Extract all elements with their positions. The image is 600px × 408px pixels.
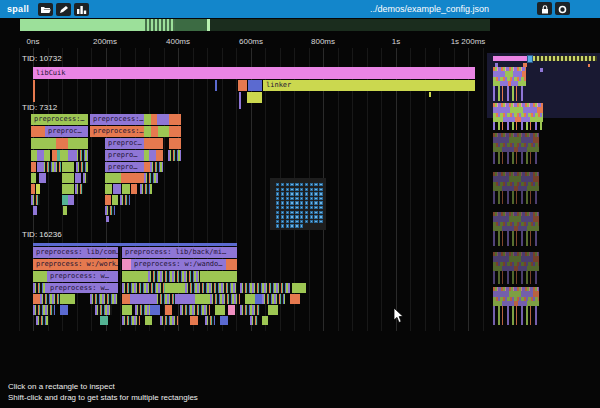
flame-bar[interactable] <box>33 294 40 304</box>
flame-bar[interactable] <box>190 316 198 325</box>
flame-bar[interactable] <box>62 173 74 183</box>
tiny-event-rect[interactable] <box>310 188 313 191</box>
flame-bar[interactable] <box>31 138 56 149</box>
tiny-event-rect[interactable] <box>290 197 293 200</box>
flame-bar[interactable] <box>105 184 112 194</box>
tiny-event-rect[interactable] <box>305 206 308 209</box>
tiny-event-rect[interactable] <box>276 211 279 214</box>
tiny-event-rect[interactable] <box>310 206 313 209</box>
flame-bar[interactable] <box>122 294 130 304</box>
tiny-event-rect[interactable] <box>310 183 313 186</box>
flame-bar[interactable] <box>68 150 75 161</box>
tiny-event-rect[interactable] <box>314 211 317 214</box>
flame-bar[interactable] <box>112 195 118 205</box>
tiny-event-rect[interactable] <box>310 197 313 200</box>
tiny-event-rect[interactable] <box>295 188 298 191</box>
flame-bar[interactable]: preproc… <box>45 126 88 137</box>
flame-bar[interactable] <box>135 305 150 315</box>
flame-bar[interactable] <box>122 259 131 270</box>
tiny-event-rect[interactable] <box>295 211 298 214</box>
edit-button[interactable] <box>56 3 71 16</box>
flame-bar[interactable] <box>290 294 300 304</box>
tiny-event-rect[interactable] <box>305 192 308 195</box>
tiny-event-rect[interactable] <box>305 183 308 186</box>
tiny-event-rect[interactable] <box>281 211 284 214</box>
flame-bar[interactable] <box>200 271 237 282</box>
flame-bar[interactable] <box>150 305 160 315</box>
flame-bar[interactable] <box>248 80 262 91</box>
flame-bar[interactable] <box>31 162 36 172</box>
flame-bar[interactable] <box>122 184 130 194</box>
flame-bar[interactable]: prepro… <box>105 150 144 161</box>
tiny-event-rect[interactable] <box>276 224 279 227</box>
tiny-event-rect[interactable] <box>314 215 317 218</box>
flame-bar[interactable] <box>113 184 121 194</box>
flame-bar[interactable]: preprocess:… <box>90 114 144 125</box>
flame-bar[interactable] <box>148 271 200 282</box>
flame-bar[interactable] <box>33 283 47 293</box>
flame-bar[interactable] <box>75 150 88 161</box>
flame-bar[interactable] <box>165 305 172 315</box>
flame-bar[interactable] <box>262 316 268 325</box>
tiny-event-rect[interactable] <box>300 183 303 186</box>
tiny-event-rect[interactable] <box>300 220 303 223</box>
stats-button[interactable] <box>74 3 89 16</box>
flame-bar[interactable] <box>122 305 132 315</box>
flame-bar[interactable] <box>130 294 155 304</box>
flame-bar[interactable]: libCuik <box>33 67 475 79</box>
tiny-event-rect[interactable] <box>290 183 293 186</box>
tiny-event-rect[interactable] <box>281 197 284 200</box>
tiny-event-rect[interactable] <box>290 224 293 227</box>
tiny-event-rect[interactable] <box>281 206 284 209</box>
flame-bar[interactable] <box>37 150 44 161</box>
tiny-event-rect[interactable] <box>281 188 284 191</box>
lock-button[interactable] <box>537 2 552 15</box>
tiny-event-rect[interactable] <box>314 192 317 195</box>
flame-bar[interactable]: preproc… <box>105 138 144 149</box>
tiny-event-rect[interactable] <box>286 206 289 209</box>
tiny-event-rect[interactable] <box>286 215 289 218</box>
tiny-event-rect[interactable] <box>295 215 298 218</box>
tiny-event-rect[interactable] <box>314 206 317 209</box>
flame-bar[interactable] <box>76 162 88 172</box>
flame-bar[interactable]: preprocess: w… <box>47 271 118 282</box>
tiny-event-rect[interactable] <box>286 183 289 186</box>
tiny-event-rect[interactable] <box>319 192 322 195</box>
settings-button[interactable] <box>555 2 570 15</box>
tiny-event-rect[interactable] <box>286 224 289 227</box>
tiny-event-rect[interactable] <box>305 197 308 200</box>
tiny-event-rect[interactable] <box>314 197 317 200</box>
flame-bar[interactable] <box>168 150 181 161</box>
flame-bar[interactable] <box>105 173 121 183</box>
flame-bar[interactable] <box>62 162 74 172</box>
flame-bar[interactable] <box>262 294 285 304</box>
flame-bar[interactable] <box>220 316 228 325</box>
flame-bar[interactable]: preprocess: w:/work… <box>33 259 118 270</box>
tiny-event-rect[interactable] <box>310 201 313 204</box>
tiny-event-rect[interactable] <box>319 215 322 218</box>
tiny-event-rect[interactable] <box>276 192 279 195</box>
flame-bar[interactable] <box>185 283 237 293</box>
tiny-event-rect[interactable] <box>281 183 284 186</box>
flame-bar[interactable] <box>169 126 181 137</box>
flame-bar[interactable]: preprocess: lib/com… <box>33 247 118 258</box>
flame-bar[interactable] <box>144 173 158 183</box>
tiny-event-rect[interactable] <box>314 188 317 191</box>
flame-bar[interactable] <box>106 216 109 222</box>
flame-bar[interactable] <box>131 184 137 194</box>
tiny-event-rect[interactable] <box>314 220 317 223</box>
tiny-event-rect[interactable] <box>276 201 279 204</box>
flame-bar[interactable] <box>226 259 237 270</box>
flame-bar[interactable] <box>33 243 237 246</box>
tiny-event-rect[interactable] <box>300 201 303 204</box>
flame-bar[interactable] <box>156 150 163 161</box>
flame-bar[interactable] <box>122 316 140 325</box>
flame-bar[interactable] <box>36 184 40 194</box>
flame-bar[interactable] <box>68 138 88 149</box>
flame-bar[interactable] <box>60 305 68 315</box>
tiny-event-rect[interactable] <box>319 183 322 186</box>
flame-bar[interactable] <box>175 294 195 304</box>
flame-bar[interactable] <box>205 316 215 325</box>
tiny-event-rect[interactable] <box>305 215 308 218</box>
flame-bar[interactable]: preprocess: w:/wando… <box>131 259 226 270</box>
